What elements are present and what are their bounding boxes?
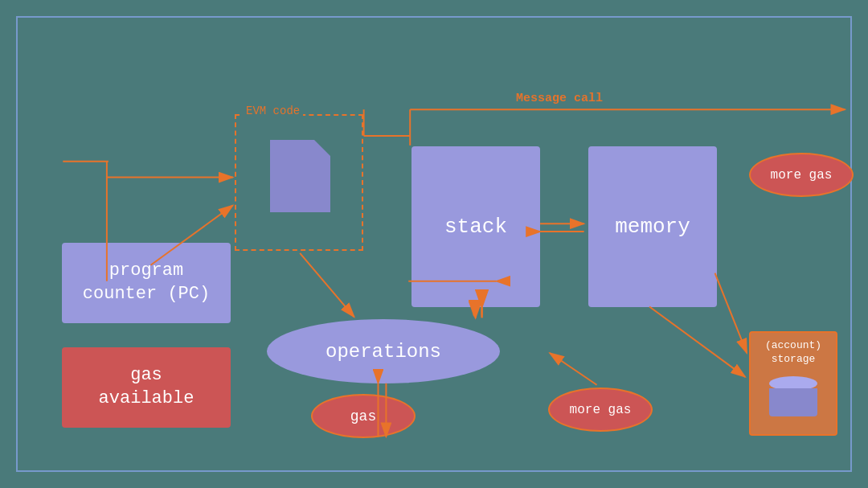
program-counter-label: programcounter (PC) <box>83 260 210 306</box>
more-gas-top-label: more gas <box>771 168 833 182</box>
operations-ellipse: operations <box>267 319 500 383</box>
gas-ellipse: gas <box>311 394 416 438</box>
gas-label: gas <box>350 408 376 424</box>
stack-label: stack <box>444 215 507 239</box>
svg-line-21 <box>550 353 597 385</box>
stack-box: stack <box>411 146 540 307</box>
memory-box: memory <box>588 146 717 307</box>
evm-code-label: EVM code <box>243 105 303 117</box>
document-icon <box>270 140 330 212</box>
more-gas-bottom-ellipse: more gas <box>548 388 653 432</box>
memory-label: memory <box>615 215 690 239</box>
evm-code-box: EVM code <box>235 114 363 251</box>
message-call-label: Message call <box>516 92 603 105</box>
program-counter-box: programcounter (PC) <box>62 243 231 323</box>
svg-line-6 <box>300 253 354 317</box>
cylinder-icon <box>769 376 817 416</box>
main-diagram: Message call programcounter (PC) gasavai… <box>16 16 852 472</box>
svg-line-18 <box>715 273 747 353</box>
more-gas-top-ellipse: more gas <box>749 153 854 197</box>
account-storage-label: (account)storage <box>765 339 821 367</box>
gas-available-box: gasavailable <box>62 347 231 428</box>
operations-label: operations <box>326 341 441 363</box>
account-storage-box: (account)storage <box>749 331 837 436</box>
more-gas-bottom-label: more gas <box>570 403 632 417</box>
svg-line-13 <box>649 306 745 376</box>
gas-available-label: gasavailable <box>99 364 194 410</box>
